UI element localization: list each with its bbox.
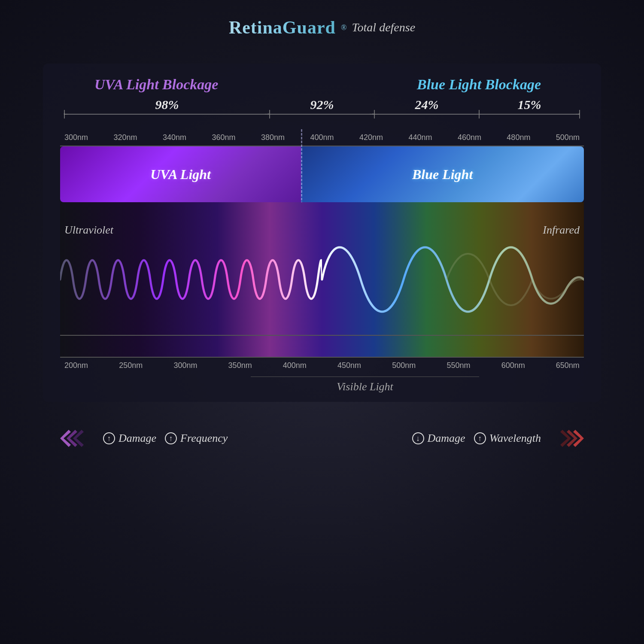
svg-text:98%: 98% bbox=[155, 97, 179, 112]
legend-right: ↓ Damage ↑ Wavelength bbox=[412, 428, 584, 449]
right-chevrons bbox=[550, 428, 584, 449]
bscale-300: 300nm bbox=[173, 361, 197, 370]
brand-tagline: Total defense bbox=[352, 21, 416, 34]
legend-damage-up: ↑ Damage bbox=[103, 432, 156, 445]
legend-bar: ↑ Damage ↑ Frequency ↓ Damage ↑ Waveleng… bbox=[43, 428, 601, 449]
bscale-500: 500nm bbox=[392, 361, 416, 370]
scale-480: 480nm bbox=[507, 133, 530, 142]
scale-400: 400nm bbox=[310, 133, 334, 142]
wave-label-infrared: Infrared bbox=[543, 224, 580, 237]
bottom-scale: 200nm 250nm 300nm 350nm 400nm 450nm 500n… bbox=[60, 357, 584, 370]
freq-label: Frequency bbox=[180, 432, 228, 445]
bscale-450: 450nm bbox=[337, 361, 361, 370]
percentage-area: 98% ← → 92% → 24% 15% → bbox=[60, 97, 584, 131]
damage-down-arrow: ↓ bbox=[412, 432, 424, 444]
bscale-400: 400nm bbox=[283, 361, 307, 370]
brand-name: RetinaGuard bbox=[229, 17, 336, 38]
band-label-blue: Blue Light bbox=[412, 167, 473, 182]
blue-blockage-label: Blue Light Blockage bbox=[417, 76, 541, 93]
band-label-uva: UVA Light bbox=[150, 167, 211, 182]
wave-up-arrow: ↑ bbox=[474, 432, 486, 444]
scale-320: 320nm bbox=[113, 133, 137, 142]
blockage-labels: UVA Light Blockage Blue Light Blockage bbox=[60, 76, 584, 93]
legend-wave-up: ↑ Wavelength bbox=[474, 432, 541, 445]
top-scale: 300nm 320nm 340nm 360nm 380nm 400nm 420n… bbox=[60, 133, 584, 146]
svg-text:24%: 24% bbox=[415, 97, 439, 112]
svg-text:15%: 15% bbox=[518, 97, 541, 112]
bscale-200: 200nm bbox=[64, 361, 88, 370]
bscale-250: 250nm bbox=[119, 361, 143, 370]
scale-340: 340nm bbox=[163, 133, 186, 142]
svg-text:→: → bbox=[264, 110, 270, 117]
wave-labels: Ultraviolet Infrared bbox=[60, 224, 584, 237]
wave-label-ultraviolet: Ultraviolet bbox=[64, 224, 113, 237]
scale-360: 360nm bbox=[212, 133, 235, 142]
svg-text:→: → bbox=[368, 110, 375, 117]
blockage-band: UVA Light Blue Light bbox=[60, 146, 584, 202]
damage-label-left: Damage bbox=[118, 432, 156, 445]
bscale-600: 600nm bbox=[501, 361, 525, 370]
scale-420: 420nm bbox=[359, 133, 383, 142]
damage-up-arrow: ↑ bbox=[103, 432, 115, 444]
scale-440: 440nm bbox=[408, 133, 432, 142]
scale-500: 500nm bbox=[556, 133, 580, 142]
svg-text:→: → bbox=[574, 110, 581, 117]
chart-container: UVA Light Blockage Blue Light Blockage 9… bbox=[43, 64, 601, 402]
wave-label: Wavelength bbox=[489, 432, 541, 445]
visible-light-label: Visible Light bbox=[251, 377, 479, 393]
left-chevrons bbox=[60, 428, 94, 449]
freq-up-arrow: ↑ bbox=[165, 432, 177, 444]
bscale-550: 550nm bbox=[447, 361, 470, 370]
bscale-650: 650nm bbox=[556, 361, 580, 370]
bscale-350: 350nm bbox=[228, 361, 252, 370]
legend-damage-down: ↓ Damage bbox=[412, 432, 465, 445]
svg-text:←: ← bbox=[62, 110, 69, 117]
scale-300: 300nm bbox=[64, 133, 88, 142]
uva-blockage-label: UVA Light Blockage bbox=[94, 76, 218, 93]
scale-460: 460nm bbox=[458, 133, 481, 142]
legend-freq-up: ↑ Frequency bbox=[165, 432, 228, 445]
header: RetinaGuard ® Total defense bbox=[229, 17, 415, 38]
visible-light-area: Visible Light bbox=[146, 377, 584, 393]
scale-380: 380nm bbox=[261, 133, 285, 142]
legend-left: ↑ Damage ↑ Frequency bbox=[60, 428, 228, 449]
damage-label-right: Damage bbox=[428, 432, 465, 445]
svg-text:92%: 92% bbox=[310, 97, 334, 112]
brand-registered: ® bbox=[341, 23, 347, 32]
wave-section: Ultraviolet Infrared bbox=[60, 202, 584, 357]
page-wrapper: RetinaGuard ® Total defense UVA Light Bl… bbox=[0, 0, 644, 644]
